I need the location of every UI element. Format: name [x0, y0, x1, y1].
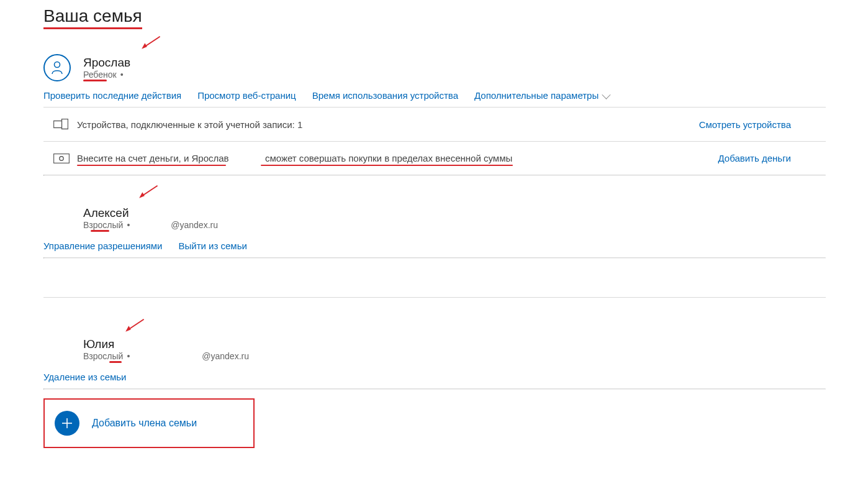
screen-time-link[interactable]: Время использования устройства [312, 90, 458, 101]
svg-marker-0 [142, 43, 147, 49]
annotation-arrow-icon [138, 35, 163, 52]
divider [43, 257, 826, 259]
divider [43, 297, 826, 336]
more-options-label: Дополнительные параметры [474, 90, 599, 101]
devices-icon [43, 119, 77, 130]
svg-rect-3 [62, 119, 68, 129]
member-email-domain: @yandex.ru [202, 351, 249, 361]
manage-permissions-link[interactable]: Управление разрешениями [43, 241, 162, 251]
money-text-part2: сможет совершать покупки в пределах внес… [265, 153, 512, 163]
member-name: Ярослав [83, 56, 130, 70]
add-family-member-button[interactable]: Добавить члена семьи [43, 398, 255, 448]
member-role: Взрослый [83, 351, 123, 361]
svg-point-1 [55, 62, 60, 68]
check-activity-link[interactable]: Проверить последние действия [43, 90, 181, 101]
money-row: Внесите на счет деньги, и Ярослав сможет… [43, 141, 826, 175]
plus-icon [55, 411, 79, 436]
remove-from-family-link[interactable]: Удаление из семьи [43, 372, 127, 382]
svg-marker-6 [139, 192, 145, 198]
annotation-underline [83, 80, 107, 81]
annotation-underline [91, 230, 109, 232]
money-icon [43, 154, 77, 163]
separator-dot: • [120, 70, 124, 80]
member-email-domain: @yandex.ru [171, 220, 218, 230]
member-name: Юлия [83, 337, 249, 351]
more-options-dropdown[interactable]: Дополнительные параметры [474, 90, 608, 101]
member-role: Ребенок [83, 70, 117, 80]
devices-text: Устройства, подключенные к этой учетной … [77, 119, 699, 130]
family-member-yaroslav: Ярослав Ребенок • Проверить последние де… [43, 54, 826, 176]
add-member-label: Добавить члена семьи [92, 418, 197, 429]
annotation-arrow-icon [135, 185, 160, 201]
web-browsing-link[interactable]: Просмотр веб-страниц [197, 90, 296, 101]
money-text: Внесите на счет деньги, и Ярослав сможет… [77, 153, 718, 163]
chevron-down-icon [602, 90, 611, 99]
add-money-link[interactable]: Добавить деньги [718, 153, 826, 163]
separator-dot: • [127, 220, 130, 230]
page-title: Ваша семья [43, 6, 142, 29]
family-member-alexey: Алексей Взрослый • @yandex.ru Управление… [43, 204, 826, 336]
svg-rect-4 [54, 154, 70, 163]
separator-dot: • [127, 351, 130, 361]
person-icon [43, 54, 71, 81]
avatar-placeholder [43, 204, 71, 232]
view-devices-link[interactable]: Смотреть устройства [699, 119, 826, 130]
member-name: Алексей [83, 206, 218, 220]
money-text-part1: Внесите на счет деньги, и Ярослав [77, 153, 229, 163]
annotation-underline [109, 361, 122, 363]
devices-row: Устройства, подключенные к этой учетной … [43, 107, 826, 141]
leave-family-link[interactable]: Выйти из семьи [178, 241, 246, 251]
divider [43, 388, 826, 390]
annotation-underline [261, 165, 513, 166]
svg-point-5 [60, 156, 63, 160]
family-member-yulia: Юлия Взрослый • @yandex.ru Удаление из с… [43, 336, 826, 390]
avatar-placeholder [43, 336, 71, 363]
divider [43, 175, 826, 176]
annotation-underline [77, 165, 226, 166]
member-role: Взрослый [83, 220, 123, 230]
